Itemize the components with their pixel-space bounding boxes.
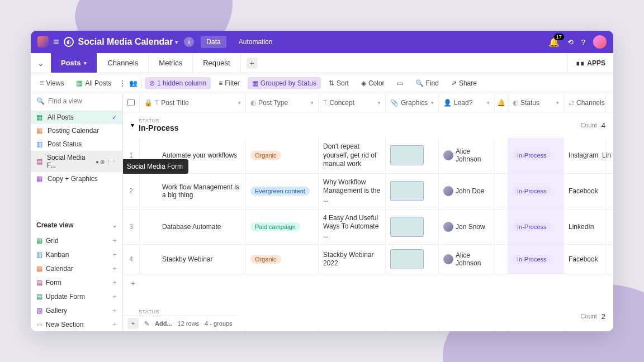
- chevron-down-icon[interactable]: ▾: [175, 39, 178, 46]
- cell-channels[interactable]: LinkedIn: [564, 209, 606, 245]
- find-view-input[interactable]: [48, 97, 123, 105]
- group-button[interactable]: ▦Grouped by Status: [248, 77, 321, 89]
- create-view-item[interactable]: ▥Kanban+: [31, 247, 122, 261]
- create-view-item[interactable]: ▭New Section+: [31, 317, 122, 331]
- cell-channels[interactable]: Facebook: [564, 174, 606, 209]
- cell-bell[interactable]: [495, 245, 508, 274]
- column-post-title[interactable]: 🔒TPost Title▾: [140, 93, 246, 112]
- column-graphics[interactable]: 📎Graphics▾: [386, 93, 439, 112]
- more-icon[interactable]: ⋮: [119, 79, 126, 87]
- help-icon[interactable]: ?: [581, 38, 585, 46]
- cell-concept[interactable]: How spreadsheet style databases are the …: [319, 329, 386, 331]
- cell-concept[interactable]: 4 Easy And Useful Ways To Automate ...: [319, 209, 386, 245]
- collapse-sidebar-icon[interactable]: ⌄: [31, 59, 51, 68]
- cell-status[interactable]: In-Process: [508, 138, 564, 173]
- find-button[interactable]: 🔍Find: [411, 77, 443, 89]
- table-row[interactable]: 2 Work flow Management is a big thing Ev…: [123, 174, 613, 209]
- create-view-item[interactable]: ▤Update Form+: [31, 289, 122, 303]
- column-lead[interactable]: 👤Lead?▾: [439, 93, 495, 112]
- cell-channels[interactable]: Instagram Lin: [564, 138, 606, 173]
- share-button[interactable]: ↗Share: [447, 77, 481, 89]
- cell-graphics[interactable]: [386, 245, 439, 274]
- cell-lead[interactable]: Jon Snow: [439, 209, 495, 245]
- filter-button[interactable]: ≡Filter: [214, 77, 244, 89]
- cell-graphics[interactable]: [386, 138, 439, 173]
- tab-request[interactable]: Request: [193, 53, 240, 73]
- plus-icon[interactable]: +: [112, 320, 117, 328]
- thumbnail[interactable]: [390, 145, 424, 165]
- select-all-checkbox[interactable]: [127, 99, 135, 106]
- footer-add-label[interactable]: Add...: [155, 320, 172, 327]
- tab-posts[interactable]: Posts▾: [51, 53, 97, 73]
- history-icon[interactable]: ⟲: [567, 38, 574, 46]
- workspace-icon[interactable]: ◐: [64, 37, 74, 47]
- create-view-header[interactable]: Create view⌄: [31, 217, 122, 234]
- sidebar-view-item[interactable]: ▤Social Media F...●⊗⋮⋮: [31, 151, 122, 172]
- tab-channels[interactable]: Channels: [97, 53, 149, 73]
- column-channels[interactable]: ⇄Channels: [564, 93, 606, 112]
- cell-graphics[interactable]: [386, 174, 439, 209]
- group-header[interactable]: ▾STATUSIn-ProcessCount 4: [123, 112, 613, 138]
- tab-metrics[interactable]: Metrics: [149, 53, 193, 73]
- cell-graphics[interactable]: [386, 209, 439, 245]
- column-status[interactable]: ◐Status▾: [508, 93, 564, 112]
- sidebar-view-item[interactable]: ▦Posting Calendar: [31, 124, 122, 137]
- create-view-item[interactable]: ▦Grid+: [31, 234, 122, 247]
- cell-type[interactable]: Organic: [246, 245, 319, 274]
- cell-concept[interactable]: Don't repeat yourself, get rid of manual…: [319, 138, 386, 173]
- plus-icon[interactable]: +: [112, 264, 117, 273]
- thumbnail[interactable]: [390, 249, 424, 269]
- cell-concept[interactable]: Stackby Webinar 2022: [319, 245, 386, 274]
- cell-bell[interactable]: [495, 138, 508, 173]
- cell-bell[interactable]: [495, 329, 508, 331]
- header-tab-data[interactable]: Data: [201, 36, 226, 48]
- cell-type[interactable]: Organic: [246, 138, 319, 173]
- cell-title[interactable]: Stackby Webinar: [140, 245, 246, 274]
- sort-button[interactable]: ⇅Sort: [324, 77, 353, 89]
- plus-icon[interactable]: +: [112, 278, 117, 287]
- cell-graphics[interactable]: [386, 329, 439, 331]
- info-icon[interactable]: i: [184, 37, 194, 47]
- apps-button[interactable]: ∎∎APPS: [567, 53, 613, 73]
- plus-icon[interactable]: +: [112, 236, 117, 245]
- people-icon[interactable]: 👥: [129, 79, 138, 87]
- color-button[interactable]: ◈Color: [357, 77, 389, 89]
- column-concept[interactable]: TConcept▾: [319, 93, 386, 112]
- thumbnail[interactable]: [390, 217, 424, 237]
- app-logo[interactable]: [37, 36, 49, 47]
- table-row[interactable]: 1 Automate your workflows Organic Don't …: [123, 138, 613, 174]
- cell-lead[interactable]: John Doe: [439, 174, 495, 209]
- plus-icon[interactable]: +: [112, 250, 117, 259]
- sidebar-view-item[interactable]: ▦Copy + Graphics: [31, 172, 122, 185]
- menu-icon[interactable]: ≡: [53, 36, 59, 48]
- plus-icon[interactable]: +: [112, 292, 117, 301]
- column-bell[interactable]: 🔔: [495, 93, 508, 112]
- drag-icon[interactable]: ⋮⋮: [106, 159, 117, 165]
- create-view-item[interactable]: ▦Calendar+: [31, 261, 122, 275]
- column-post-type[interactable]: ◐Post Type▾: [246, 93, 319, 112]
- cell-channels[interactable]: Facebook: [564, 245, 606, 274]
- cell-lead[interactable]: Alice Johnson: [439, 245, 495, 274]
- cell-channels[interactable]: Facebook Insta: [564, 329, 606, 331]
- cell-type[interactable]: Evergreen content: [246, 329, 319, 331]
- cell-bell[interactable]: [495, 174, 508, 209]
- dup-icon[interactable]: ●: [96, 159, 99, 165]
- thumbnail[interactable]: [390, 181, 424, 201]
- cell-title[interactable]: Database Automate: [140, 209, 246, 245]
- cell-bell[interactable]: [495, 209, 508, 245]
- cell-status[interactable]: In-Process: [508, 209, 564, 245]
- cell-status[interactable]: Published: [508, 329, 564, 331]
- stack-title[interactable]: Social Media Calendar: [78, 37, 173, 47]
- cell-status[interactable]: In-Process: [508, 174, 564, 209]
- cell-lead[interactable]: Alice Johnson: [439, 329, 495, 331]
- create-view-item[interactable]: ▧Gallery+: [31, 303, 122, 317]
- cell-type[interactable]: Evergreen content: [246, 174, 319, 209]
- bell-icon[interactable]: 🔔17: [548, 37, 560, 47]
- cell-lead[interactable]: Alice Johnson: [439, 138, 495, 173]
- cell-type[interactable]: Paid campaign: [246, 209, 319, 245]
- sidebar-view-item[interactable]: ▥Post Status: [31, 137, 122, 151]
- hidden-columns-button[interactable]: ⊘1 hidden column: [145, 77, 211, 89]
- avatar[interactable]: [593, 35, 607, 49]
- sidebar-view-item[interactable]: ▦All Posts: [31, 111, 122, 124]
- table-row[interactable]: 3 Database Automate Paid campaign 4 Easy…: [123, 209, 613, 245]
